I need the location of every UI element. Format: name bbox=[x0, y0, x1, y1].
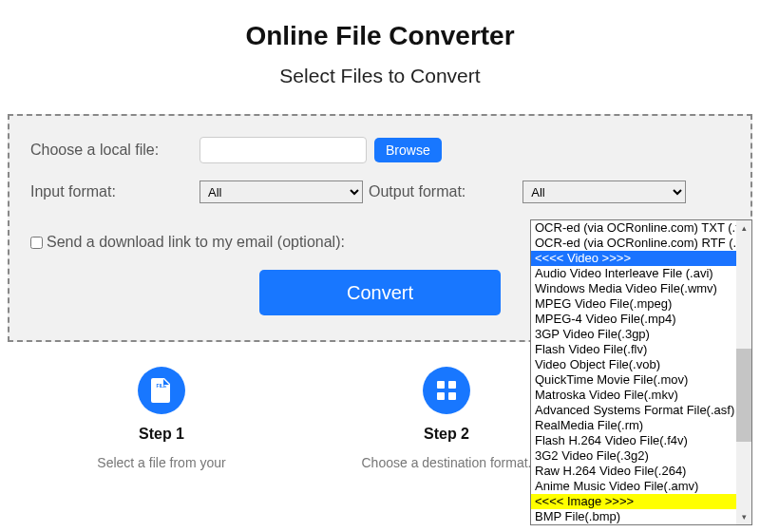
input-format-label: Input format: bbox=[30, 183, 200, 200]
dropdown-option[interactable]: OCR-ed (via OCRonline.com) RTF (.rtf) bbox=[531, 236, 738, 251]
output-format-dropdown[interactable]: OCR-ed (via OCRonline.com) TXT (.txt)OCR… bbox=[530, 219, 752, 525]
dropdown-option[interactable]: <<<< Video >>>> bbox=[531, 251, 738, 266]
grid-icon bbox=[423, 367, 470, 414]
file-input[interactable] bbox=[200, 137, 367, 163]
input-format-select[interactable]: All bbox=[200, 180, 363, 203]
dropdown-option[interactable]: MPEG Video File(.mpeg) bbox=[531, 296, 738, 312]
browse-button[interactable]: Browse bbox=[374, 138, 442, 162]
dropdown-option[interactable]: <<<< Image >>>> bbox=[531, 494, 738, 509]
dropdown-option[interactable]: Video Object File(.vob) bbox=[531, 357, 738, 372]
step-2-title: Step 2 bbox=[352, 426, 542, 443]
output-format-select[interactable]: All bbox=[522, 180, 686, 203]
step-2-desc: Choose a destination format. bbox=[352, 454, 542, 471]
dropdown-option[interactable]: MPEG-4 Video File(.mp4) bbox=[531, 312, 738, 327]
dropdown-option[interactable]: Audio Video Interleave File (.avi) bbox=[531, 266, 738, 281]
dropdown-option[interactable]: OCR-ed (via OCRonline.com) TXT (.txt) bbox=[531, 220, 738, 236]
dropdown-option[interactable]: Flash Video File(.flv) bbox=[531, 342, 738, 357]
svg-rect-3 bbox=[437, 392, 445, 400]
dropdown-option[interactable]: Windows Media Video File(.wmv) bbox=[531, 281, 738, 296]
dropdown-option[interactable]: BMP File(.bmp) bbox=[531, 509, 738, 524]
step-1: FILE Step 1 Select a file from your bbox=[66, 367, 256, 471]
svg-rect-1 bbox=[437, 381, 445, 389]
step-1-title: Step 1 bbox=[66, 426, 256, 443]
page-title: Online File Converter bbox=[0, 21, 760, 51]
email-label: Send a download link to my email (option… bbox=[47, 234, 345, 251]
svg-text:FILE: FILE bbox=[157, 383, 167, 389]
step-1-desc: Select a file from your bbox=[66, 454, 256, 471]
convert-button[interactable]: Convert bbox=[259, 270, 501, 315]
choose-file-row: Choose a local file: Browse bbox=[30, 137, 730, 163]
svg-rect-2 bbox=[448, 381, 456, 389]
email-checkbox[interactable] bbox=[30, 237, 43, 249]
scroll-down-arrow[interactable]: ▾ bbox=[736, 509, 751, 524]
svg-rect-4 bbox=[448, 392, 456, 400]
step-2: Step 2 Choose a destination format. bbox=[352, 367, 542, 471]
dropdown-option[interactable]: Anime Music Video File(.amv) bbox=[531, 479, 738, 494]
dropdown-option[interactable]: 3G2 Video File(.3g2) bbox=[531, 448, 738, 464]
dropdown-option[interactable]: Raw H.264 Video File(.264) bbox=[531, 464, 738, 479]
scroll-thumb[interactable] bbox=[736, 349, 751, 442]
dropdown-option[interactable]: RealMedia File(.rm) bbox=[531, 418, 738, 433]
page-subtitle: Select Files to Convert bbox=[0, 65, 760, 87]
dropdown-option[interactable]: Matroska Video File(.mkv) bbox=[531, 388, 738, 403]
dropdown-option[interactable]: 3GP Video File(.3gp) bbox=[531, 327, 738, 342]
dropdown-scrollbar[interactable]: ▴ ▾ bbox=[736, 220, 751, 524]
dropdown-option[interactable]: QuickTime Movie File(.mov) bbox=[531, 372, 738, 388]
dropdown-option[interactable]: Advanced Systems Format File(.asf) bbox=[531, 403, 738, 418]
format-row: Input format: All Output format: All bbox=[30, 180, 730, 203]
dropdown-option[interactable]: Flash H.264 Video File(.f4v) bbox=[531, 433, 738, 448]
output-format-label: Output format: bbox=[369, 183, 466, 200]
choose-file-label: Choose a local file: bbox=[30, 142, 200, 159]
scroll-up-arrow[interactable]: ▴ bbox=[736, 220, 751, 236]
file-icon: FILE bbox=[138, 367, 185, 414]
